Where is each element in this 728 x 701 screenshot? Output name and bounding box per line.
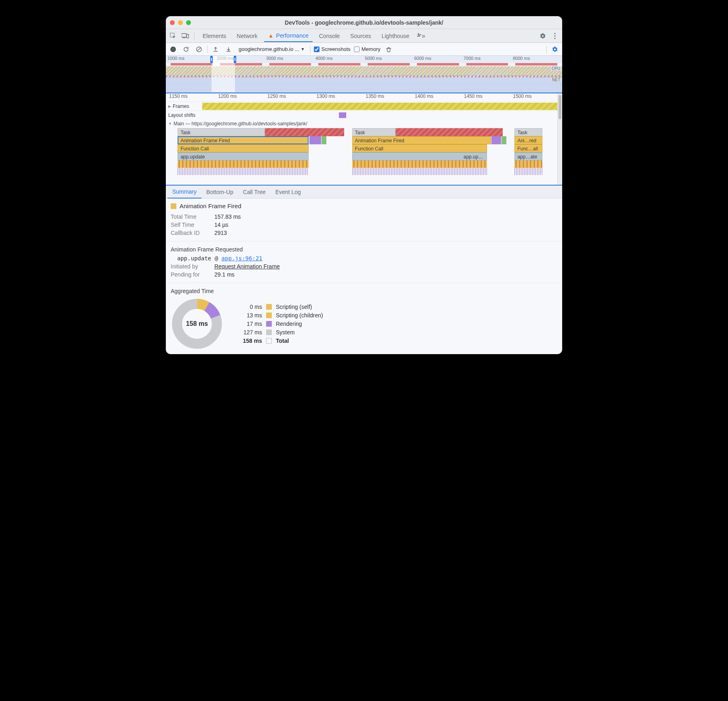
divider bbox=[546, 46, 547, 53]
layoutshift-strip bbox=[202, 111, 562, 119]
flame-rows: Task Task Task Animation Frame Fired Ani… bbox=[166, 128, 562, 185]
download-icon[interactable] bbox=[224, 44, 233, 54]
event-heading: Animation Frame Fired bbox=[171, 203, 557, 209]
overview-handle-left[interactable] bbox=[210, 56, 213, 63]
svg-line-10 bbox=[197, 48, 201, 51]
settings-icon[interactable] bbox=[538, 31, 548, 41]
gc-icon[interactable] bbox=[384, 44, 394, 54]
event-app-update[interactable]: app…ate bbox=[514, 152, 542, 160]
details-tabs: Summary Bottom-Up Call Tree Event Log bbox=[166, 186, 562, 198]
flame-scrollbar[interactable] bbox=[557, 93, 562, 185]
panel-tabs: Elements Network ▲ Performance Console S… bbox=[166, 29, 562, 43]
screenshots-input[interactable] bbox=[314, 46, 320, 52]
window-title: DevTools - googlechrome.github.io/devtoo… bbox=[285, 19, 443, 26]
svg-point-4 bbox=[554, 33, 555, 34]
aggregated-legend: 0 msScripting (self) 13 msScripting (chi… bbox=[239, 302, 323, 346]
perf-toolbar: googlechrome.github.io ... ▼ Screenshots… bbox=[166, 43, 562, 56]
event-animation-frame-fired[interactable]: Animation Frame Fired bbox=[178, 136, 308, 144]
initiator-link[interactable]: Request Animation Frame bbox=[214, 263, 280, 270]
frames-strip bbox=[202, 102, 562, 110]
task-event[interactable]: Task bbox=[514, 128, 542, 136]
task-longtask[interactable] bbox=[396, 128, 503, 136]
event-color-swatch bbox=[171, 203, 176, 209]
recording-url: googlechrome.github.io ... bbox=[239, 46, 299, 52]
tab-bottomup[interactable]: Bottom-Up bbox=[201, 186, 238, 198]
event-function-call[interactable]: Function Call bbox=[352, 144, 487, 152]
collapse-icon[interactable]: ▼ bbox=[168, 122, 172, 126]
capture-settings-icon[interactable] bbox=[550, 44, 560, 54]
tab-calltree[interactable]: Call Tree bbox=[238, 186, 271, 198]
event-rendering[interactable] bbox=[491, 136, 502, 144]
tab-elements[interactable]: Elements bbox=[199, 30, 230, 42]
record-button[interactable] bbox=[168, 44, 178, 54]
more-tabs-icon[interactable]: » bbox=[416, 31, 425, 41]
recording-selector[interactable]: googlechrome.github.io ... ▼ bbox=[237, 45, 307, 53]
event-painting[interactable] bbox=[322, 136, 326, 144]
svg-point-8 bbox=[172, 48, 175, 51]
cpu-label: CPU bbox=[550, 66, 561, 71]
summary-panel: Animation Frame Fired Total Time157.83 m… bbox=[166, 198, 562, 354]
task-longtask[interactable] bbox=[265, 128, 344, 136]
divider bbox=[207, 46, 207, 53]
event-painting[interactable] bbox=[502, 136, 506, 144]
aggregated-heading: Aggregated Time bbox=[171, 288, 557, 294]
task-event[interactable]: Task bbox=[178, 128, 265, 136]
svg-rect-2 bbox=[183, 38, 185, 38]
reload-record-button[interactable] bbox=[181, 44, 191, 54]
zoom-icon[interactable] bbox=[186, 20, 191, 25]
layoutshift-lane[interactable]: Layout shifts bbox=[166, 110, 562, 119]
event-function-call[interactable]: Func…all bbox=[514, 144, 542, 152]
event-function-call[interactable]: Function Call bbox=[178, 144, 308, 152]
device-toggle-icon[interactable] bbox=[180, 31, 190, 41]
kebab-menu-icon[interactable] bbox=[550, 31, 560, 41]
request-heading: Animation Frame Requested bbox=[171, 246, 557, 253]
tab-console[interactable]: Console bbox=[315, 30, 344, 42]
tab-performance-label: Performance bbox=[276, 32, 309, 39]
aggregated-donut: 158 ms bbox=[171, 298, 223, 350]
tab-summary[interactable]: Summary bbox=[167, 186, 201, 198]
clear-button[interactable] bbox=[194, 44, 204, 54]
event-animation-frame-fired[interactable]: Ani…red bbox=[514, 136, 542, 144]
event-animation-frame-fired[interactable]: Animation Frame Fired bbox=[352, 136, 491, 144]
upload-icon[interactable] bbox=[211, 44, 220, 54]
event-app-update[interactable]: app.update bbox=[178, 152, 308, 160]
flamechart: 1150 ms 1200 ms 1250 ms 1300 ms 1350 ms … bbox=[166, 93, 562, 186]
scrollbar-thumb[interactable] bbox=[559, 95, 561, 119]
event-rendering[interactable] bbox=[309, 136, 321, 144]
svg-rect-1 bbox=[182, 34, 186, 37]
svg-point-5 bbox=[554, 35, 555, 36]
title-bar: DevTools - googlechrome.github.io/devtoo… bbox=[166, 16, 562, 29]
divider bbox=[194, 32, 195, 40]
main-thread-header[interactable]: ▼ Main — https://googlechrome.github.io/… bbox=[166, 119, 562, 128]
overview-minimap[interactable]: 1000 ms 2000 ms 3000 ms 4000 ms 5000 ms … bbox=[166, 56, 562, 93]
inspect-icon[interactable] bbox=[168, 31, 178, 41]
task-event[interactable]: Task bbox=[352, 128, 396, 136]
tab-lighthouse[interactable]: Lighthouse bbox=[377, 30, 413, 42]
warning-icon: ▲ bbox=[268, 33, 274, 38]
tab-performance[interactable]: ▲ Performance bbox=[264, 30, 313, 42]
tab-eventlog[interactable]: Event Log bbox=[271, 186, 306, 198]
svg-point-6 bbox=[554, 38, 555, 39]
flame-ruler: 1150 ms 1200 ms 1250 ms 1300 ms 1350 ms … bbox=[166, 93, 562, 101]
tab-network[interactable]: Network bbox=[233, 30, 261, 42]
net-label: NET bbox=[551, 78, 561, 82]
traffic-lights bbox=[170, 20, 191, 25]
tab-sources[interactable]: Sources bbox=[346, 30, 375, 42]
overview-window[interactable] bbox=[212, 56, 235, 92]
event-app-update[interactable]: app.update bbox=[352, 152, 487, 160]
overview-handle-right[interactable] bbox=[234, 56, 236, 63]
donut-total: 158 ms bbox=[171, 298, 223, 350]
minimize-icon[interactable] bbox=[178, 20, 183, 25]
devtools-window: DevTools - googlechrome.github.io/devtoo… bbox=[166, 16, 562, 354]
svg-rect-3 bbox=[187, 34, 189, 38]
chevron-down-icon: ▼ bbox=[301, 47, 305, 51]
frames-lane[interactable]: ▶Frames bbox=[166, 101, 562, 110]
memory-input[interactable] bbox=[354, 46, 360, 52]
source-link[interactable]: app.js:96:21 bbox=[222, 255, 262, 262]
close-icon[interactable] bbox=[170, 20, 175, 25]
screenshots-checkbox[interactable]: Screenshots bbox=[314, 46, 351, 52]
expand-icon[interactable]: ▶ bbox=[168, 104, 171, 108]
memory-checkbox[interactable]: Memory bbox=[354, 46, 381, 52]
divider bbox=[310, 46, 311, 53]
